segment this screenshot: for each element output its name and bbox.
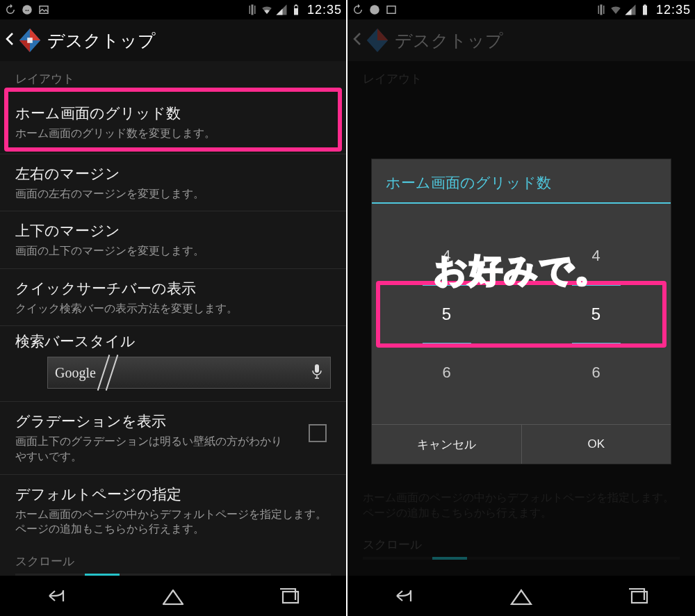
picker-selected[interactable]: 5 (423, 284, 471, 344)
signal-icon (624, 3, 637, 16)
ok-button[interactable]: OK (521, 425, 671, 464)
item-grid-sub: ホーム画面のグリッド数を変更します。 (15, 126, 331, 141)
status-clock: 12:35 (307, 3, 342, 17)
sync-icon (4, 3, 17, 16)
gradation-checkbox[interactable] (309, 424, 327, 442)
picker-selected[interactable]: 5 (572, 284, 621, 344)
picker-value[interactable]: 6 (423, 344, 471, 401)
nav-recent-icon[interactable] (620, 584, 655, 608)
dialog-title: ホーム画面のグリッド数 (372, 159, 671, 204)
picture-icon (385, 3, 398, 16)
svg-rect-3 (295, 5, 297, 6)
wifi-icon (261, 3, 273, 16)
settings-list[interactable]: レイアウト ホーム画面のグリッド数 ホーム画面のグリッド数を変更します。 左右の… (0, 61, 346, 576)
cols-picker[interactable]: 4 5 6 (521, 204, 671, 424)
item-default-page[interactable]: デフォルトページの指定 ホーム画面のページの中からデフォルトページを指定します。… (0, 475, 346, 546)
nav-bar (0, 576, 346, 616)
picker-value[interactable]: 4 (423, 227, 471, 284)
dialog-buttons: キャンセル OK (372, 424, 671, 464)
item-qsb[interactable]: クイックサーチバーの表示 クイック検索バーの表示方法を変更します。 (0, 269, 346, 327)
actionbar-title: デスクトップ (47, 29, 156, 52)
rows-picker[interactable]: 4 5 6 (372, 204, 521, 424)
item-vmargin[interactable]: 上下のマージン 画面の上下のマージンを変更します。 (0, 211, 346, 269)
sync-icon (352, 3, 364, 16)
nova-logo-icon (17, 27, 43, 54)
picture-icon (38, 3, 50, 16)
svg-point-11 (370, 5, 379, 15)
mic-icon (312, 364, 322, 382)
nav-recent-icon[interactable] (271, 584, 306, 608)
item-gradation[interactable]: グラデーションを表示 画面上下のグラデーションは明るい壁紙の方がわかりやすいです… (0, 402, 346, 474)
google-label: Google (48, 365, 96, 381)
actionbar-title: デスクトップ (395, 29, 503, 52)
item-hmargin[interactable]: 左右のマージン 画面の左右のマージンを変更します。 (0, 154, 346, 212)
nav-back-icon[interactable] (40, 584, 75, 608)
back-caret-icon (350, 32, 363, 49)
svg-marker-16 (377, 29, 388, 40)
item-grid-title: ホーム画面のグリッド数 (15, 104, 331, 123)
phone-left: 12:35 デスクトップ レイアウト ホーム画面のグリッド数 ホーム画面のグリッ… (0, 0, 348, 616)
action-bar[interactable]: デスクトップ (0, 19, 346, 61)
signal-icon (275, 3, 288, 16)
vibrate-icon (595, 3, 607, 16)
cancel-button[interactable]: キャンセル (372, 425, 521, 464)
battery-icon (639, 3, 651, 16)
svg-point-0 (22, 5, 32, 15)
chat-icon (368, 3, 381, 16)
picker-area: お好みで。 4 5 6 4 5 6 (372, 204, 671, 424)
svg-rect-8 (27, 38, 33, 43)
nav-back-icon[interactable] (388, 584, 423, 608)
svg-rect-9 (315, 364, 319, 373)
action-bar: デスクトップ (348, 19, 695, 61)
scroll-indicator (15, 574, 331, 576)
nova-logo-icon (364, 27, 391, 54)
item-grid[interactable]: ホーム画面のグリッド数 ホーム画面のグリッド数を変更します。 (0, 91, 346, 154)
section-layout-header: レイアウト (0, 61, 346, 91)
chat-icon (21, 3, 33, 16)
dialog-overlay[interactable]: ホーム画面のグリッド数 お好みで。 4 5 6 4 5 6 (348, 61, 695, 576)
item-search-style[interactable]: 検索バースタイル Google (0, 326, 346, 402)
status-bar: 12:35 (348, 0, 695, 19)
picker-value[interactable]: 6 (572, 344, 621, 401)
status-clock: 12:35 (656, 3, 691, 17)
svg-rect-12 (387, 6, 395, 14)
vibrate-icon (246, 3, 259, 16)
phone-right: 12:35 デスクトップ レイアウト ホーム画面のページの中からデフォルトページ… (348, 0, 695, 616)
wifi-icon (610, 3, 622, 16)
battery-icon (290, 3, 302, 16)
svg-rect-13 (643, 6, 647, 15)
picker-value[interactable]: 4 (572, 227, 621, 284)
svg-rect-14 (644, 5, 646, 6)
nav-home-icon[interactable] (504, 584, 539, 608)
svg-rect-1 (40, 6, 48, 14)
section-scroll-header: スクロール (0, 546, 346, 574)
back-caret-icon[interactable] (3, 32, 15, 49)
nav-home-icon[interactable] (156, 584, 190, 608)
search-bar-preview: Google (47, 357, 331, 389)
nav-bar (348, 576, 695, 616)
status-bar: 12:35 (0, 0, 346, 19)
grid-picker-dialog: ホーム画面のグリッド数 お好みで。 4 5 6 4 5 6 (371, 159, 671, 464)
svg-rect-4 (295, 6, 298, 8)
